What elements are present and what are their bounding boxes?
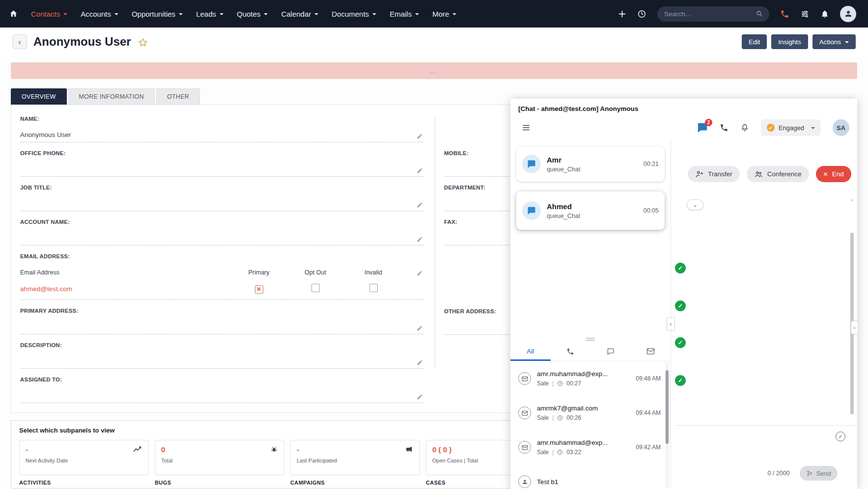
conversation-item-ahmed[interactable]: Ahmed queue_Chat 00:05 [516,191,665,230]
primary-checkbox[interactable]: ✕ [255,285,263,294]
collapse-chevron-button[interactable]: ⌄ [687,199,703,210]
back-button[interactable]: ‹ [12,34,27,49]
history-time: 09:44 AM [636,409,661,416]
field-value-line [20,163,424,177]
calls-phone-icon[interactable] [720,123,728,132]
widget-edge-handle[interactable]: ‹ [851,321,858,334]
history-time: 09:42 AM [636,444,661,451]
transcript-scrollbar[interactable]: ⌄ [849,198,854,418]
nav-item-contacts[interactable]: Contacts [31,10,67,18]
widget-title[interactable]: [Chat - ahmed@test.com] Anonymous [510,99,857,115]
campaigns-stat-card[interactable]: - Last Participated [290,440,420,475]
delivered-check-icon: ✓ [675,337,686,348]
edit-button[interactable]: Edit [742,34,767,49]
chevron-down-icon [415,13,419,15]
record-tabs: OVERVIEW MORE INFORMATION OTHER [11,88,200,105]
insights-button[interactable]: Insights [771,34,808,49]
notifications-bell-icon[interactable] [820,9,829,19]
field-value-line [20,197,424,211]
resize-grip[interactable] [510,335,671,343]
recently-viewed-clock-icon[interactable] [637,9,646,19]
search-icon[interactable] [756,10,763,18]
tab-all[interactable]: All [510,343,551,361]
history-row[interactable]: amrmk7@gmail.com Sale | 00:26 09:44 AM [510,396,671,430]
send-button[interactable]: Send [800,466,838,481]
subpanel-activities[interactable]: ACTIVITIES [19,480,149,486]
contact-center-widget: [Chat - ahmed@test.com] Anonymous 2 ✓ En… [510,99,857,489]
end-button[interactable]: ✕ End [816,166,851,182]
conversation-duration: 00:05 [644,207,659,214]
subpanel-bugs[interactable]: BUGS [155,480,284,486]
email-address-link[interactable]: ahmed@test.com [20,285,231,293]
conference-button[interactable]: Conference [747,166,809,182]
chevron-down-icon [452,13,456,15]
edit-pencil-icon[interactable] [417,167,423,174]
activity-chart-icon [133,445,142,453]
edit-pencil-icon[interactable] [417,359,423,366]
nav-item-leads[interactable]: Leads [196,10,224,18]
subpanel-campaigns[interactable]: CAMPAIGNS [290,480,420,486]
nav-item-documents[interactable]: Documents [332,10,376,18]
nav-item-accounts[interactable]: Accounts [81,10,118,18]
search-input[interactable] [663,10,756,18]
nav-item-emails[interactable]: Emails [390,10,419,18]
chevron-down-icon [372,13,376,15]
field-account-name: ACCOUNT NAME: [20,219,424,245]
agent-status-dropdown[interactable]: ✓ Engaged [761,119,821,136]
main-menu: Contacts Accounts Opportunities Leads Qu… [31,10,456,18]
home-icon[interactable] [9,9,18,18]
edit-pencil-icon[interactable] [417,133,423,139]
tab-emails[interactable] [631,343,671,361]
history-row[interactable]: Test b1 [510,464,671,489]
history-scrollbar[interactable] [665,362,669,488]
send-row: 0 / 2000 Send [767,466,838,481]
nav-item-more[interactable]: More [432,10,456,18]
edit-pencil-icon[interactable] [417,236,423,243]
history-row[interactable]: amr.muhammad@exp... Sale | 00:27 09:48 A… [510,361,671,396]
history-row[interactable]: amr.muhammad@exp... Sale | 03:22 09:42 A… [510,430,671,464]
conversation-queue: queue_Chat [547,166,580,173]
history-filter-tabs: All [510,343,671,361]
widget-toolbar: 2 ✓ Engaged SA [510,115,857,140]
user-avatar[interactable] [840,6,856,22]
status-label: Engaged [779,124,804,132]
widget-bell-icon[interactable] [740,123,749,133]
conversations-panel: Amr queue_Chat 00:21 Ahmed queue_Chat 00… [510,140,671,489]
activities-stat-card[interactable]: - Next Activity Date [19,440,149,475]
chats-icon[interactable]: 2 [697,122,708,133]
top-nav: Contacts Accounts Opportunities Leads Qu… [0,0,868,27]
resolve-check-icon[interactable]: ✓ [836,432,845,441]
opt-out-checkbox[interactable] [311,284,320,292]
nav-item-opportunities[interactable]: Opportunities [132,10,183,18]
tab-chats[interactable] [590,343,631,361]
clock-icon [557,449,563,455]
tab-calls[interactable] [551,343,591,361]
favorite-star-icon[interactable] [138,37,148,48]
tab-more-information[interactable]: MORE INFORMATION [68,88,155,105]
email-col-header: Email Address [20,269,231,276]
stat-label: Total [161,458,278,463]
edit-pencil-icon[interactable] [417,325,423,331]
panel-collapse-handle[interactable]: ‹ [667,317,675,331]
alert-banner: ... [11,62,857,79]
tab-overview[interactable]: OVERVIEW [11,88,67,105]
nav-item-calendar[interactable]: Calendar [281,10,318,18]
quick-create-plus-icon[interactable] [618,10,626,18]
settings-sliders-icon[interactable] [800,10,810,18]
edit-pencil-icon[interactable] [417,202,423,208]
hamburger-menu-icon[interactable] [521,123,531,132]
invalid-checkbox[interactable] [369,284,378,292]
field-label: EMAIL ADDRESS: [20,253,424,260]
edit-pencil-icon[interactable] [417,394,423,400]
actions-button[interactable]: Actions [812,34,856,49]
nav-label: Opportunities [132,10,175,18]
bugs-stat-card[interactable]: 0 Total [155,440,284,475]
agent-avatar[interactable]: SA [833,119,849,136]
scrollbar-thumb[interactable] [666,370,669,444]
tab-other[interactable]: OTHER [156,88,200,105]
edit-pencil-icon[interactable] [417,270,423,276]
conversation-item-amr[interactable]: Amr queue_Chat 00:21 [516,146,665,182]
active-call-phone-icon[interactable] [780,9,789,19]
nav-item-quotes[interactable]: Quotes [237,10,268,18]
transfer-button[interactable]: Transfer [688,166,740,182]
